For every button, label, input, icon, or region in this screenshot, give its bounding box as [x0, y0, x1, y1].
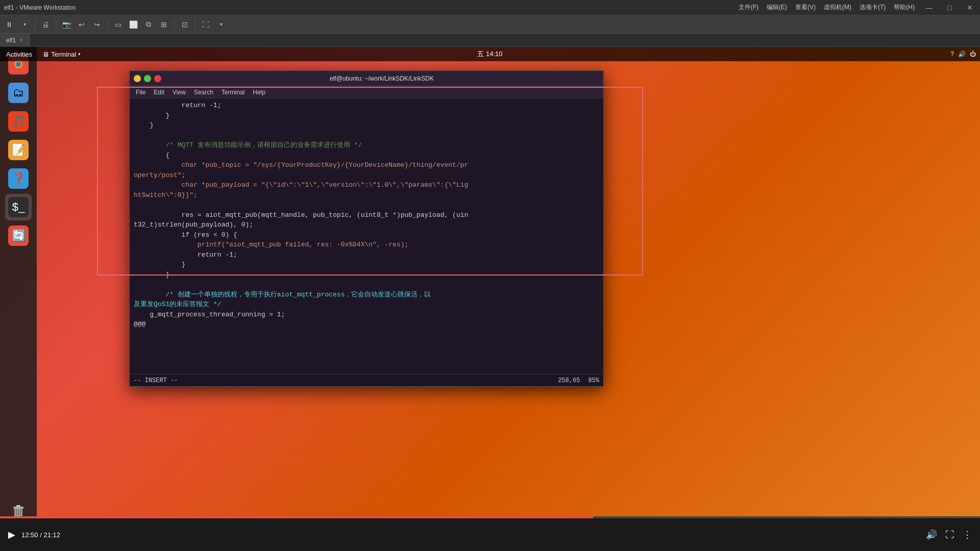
current-time: 12:50	[21, 531, 38, 539]
terminal-close-btn[interactable]	[154, 75, 161, 82]
view-btn-4[interactable]: ⊞	[157, 18, 171, 31]
vmware-menu: 文件(F) 编辑(E) 查看(V) 虚拟机(M) 选项卡(T) 帮助(H)	[734, 0, 919, 15]
close-button[interactable]: ✕	[960, 0, 980, 15]
menu-tabs[interactable]: 选项卡(T)	[855, 0, 890, 15]
terminal-dock-icon: $_	[8, 197, 29, 217]
terminal-menu-icon: 🖥	[42, 51, 49, 58]
send-ctrl-alt-del-button[interactable]: 🖨	[38, 18, 53, 31]
menu-file[interactable]: 文件(F)	[734, 0, 763, 15]
svg-rect-5	[16, 505, 20, 507]
vmware-tabbar: elf1 ✕	[0, 34, 980, 47]
view-btn-3[interactable]: ⧉	[141, 18, 156, 31]
svg-rect-7	[18, 509, 19, 515]
view-btn-1[interactable]: ▭	[111, 18, 125, 31]
dock-help[interactable]: ❓	[5, 165, 32, 192]
code-line-5: /* MQTT 发布消息功能示例，请根据自己的业务需求进行使用 */	[134, 140, 599, 151]
vim-mode: -- INSERT --	[134, 377, 178, 384]
terminal-maximize-btn[interactable]	[144, 75, 151, 82]
code-line-19: @@@	[134, 319, 599, 330]
play-button[interactable]: ▶	[8, 529, 15, 540]
code-line-1: return -1;	[134, 101, 599, 111]
code-line-15: }	[134, 270, 599, 280]
toolbar-dropdown-arrow[interactable]: ▾	[17, 18, 32, 31]
activities-button[interactable]: Activities	[0, 47, 38, 61]
help-icon[interactable]: ?	[950, 51, 954, 58]
term-menu-terminal[interactable]: Terminal	[217, 86, 249, 98]
term-menu-edit[interactable]: Edit	[150, 86, 168, 98]
fullscreen-dropdown[interactable]: ▾	[214, 18, 228, 31]
menu-view[interactable]: 查看(V)	[791, 0, 820, 15]
snapshot-button[interactable]: 📷	[59, 18, 74, 31]
theater-button[interactable]: ⛶	[945, 530, 954, 540]
dock-terminal[interactable]: $_	[5, 194, 32, 220]
video-right-controls: 🔊 ⛶ ⋮	[926, 529, 972, 540]
terminal-app-menu[interactable]: 🖥 Terminal ▾	[38, 47, 85, 61]
unity-button[interactable]: ⊡	[178, 18, 192, 31]
code-line-14: }	[134, 260, 599, 270]
notes-icon: 📝	[8, 140, 29, 160]
term-menu-file[interactable]: File	[132, 86, 150, 98]
vmware-title: elf1 - VMware Workstation	[4, 4, 734, 11]
volume-icon[interactable]: 🔊	[958, 51, 966, 58]
code-line-11: if (res < 0) {	[134, 230, 599, 240]
term-menu-search[interactable]: Search	[190, 86, 217, 98]
updater-icon: 🔄	[8, 226, 29, 246]
fullscreen-button[interactable]: ⛶	[199, 18, 213, 31]
terminal-titlebar: elf@ubuntu: ~/work/LinkSDK/LinkSDK	[130, 71, 603, 86]
dock-updater[interactable]: 🔄	[5, 222, 32, 249]
tab-label: elf1	[6, 37, 16, 44]
view-btn-2[interactable]: ⬜	[126, 18, 140, 31]
pause-button[interactable]: ⏸	[2, 18, 16, 31]
terminal-minimize-btn[interactable]	[134, 75, 141, 82]
clock[interactable]: 五 14:10	[477, 49, 502, 59]
terminal-window: elf@ubuntu: ~/work/LinkSDK/LinkSDK File …	[129, 70, 604, 387]
terminal-menu-label: Terminal	[51, 51, 76, 58]
vmware-titlebar: elf1 - VMware Workstation 文件(F) 编辑(E) 查看…	[0, 0, 980, 15]
snapshot-fwd-button[interactable]: ↪	[90, 18, 104, 31]
toolbar-sep-2	[56, 19, 56, 30]
term-menu-view[interactable]: View	[168, 86, 190, 98]
code-line-7: char *pub_topic = "/sys/{YourProductKey}…	[134, 160, 599, 180]
maximize-button[interactable]: □	[939, 0, 960, 15]
svg-point-2	[16, 62, 21, 67]
ubuntu-topbar: Activities 🖥 Terminal ▾ 五 14:10 ? 🔊 ⏻	[0, 47, 980, 61]
code-line-3: }	[134, 120, 599, 131]
terminal-content[interactable]: return -1; } } /* MQTT 发布消息功能示例，请根据自己的业务…	[130, 98, 603, 374]
toolbar-sep-4	[174, 19, 175, 30]
tab-close-icon[interactable]: ✕	[19, 37, 23, 43]
menu-vm[interactable]: 虚拟机(M)	[820, 0, 855, 15]
video-time: 12:50 / 21:12	[21, 531, 60, 539]
dock-files[interactable]: 🗂	[5, 80, 32, 106]
svg-rect-6	[16, 509, 17, 515]
more-button[interactable]: ⋮	[963, 529, 972, 540]
dock-notes[interactable]: 📝	[5, 137, 32, 163]
minimize-button[interactable]: —	[919, 0, 939, 15]
terminal-title: elf@ubuntu: ~/work/LinkSDK/LinkSDK	[164, 75, 599, 82]
code-line-13: return -1;	[134, 250, 599, 260]
help-dock-icon: ❓	[8, 168, 29, 189]
code-line-4	[134, 131, 599, 141]
video-player-bar: ▶ 12:50 / 21:12 🔊 ⛶ ⋮	[0, 516, 980, 551]
term-menu-help[interactable]: Help	[249, 86, 270, 98]
rhythmbox-icon: 🎵	[8, 111, 29, 132]
vmware-toolbar: ⏸ ▾ 🖨 📷 ↩ ↪ ▭ ⬜ ⧉ ⊞ ⊡ ⛶ ▾	[0, 15, 980, 34]
menu-help[interactable]: 帮助(H)	[890, 0, 919, 15]
window-controls: — □ ✕	[919, 0, 980, 15]
ubuntu-dock: 🗂 🎵 📝 ❓ $_ 🔄	[0, 47, 37, 531]
snapshot-back-button[interactable]: ↩	[75, 18, 89, 31]
volume-button[interactable]: 🔊	[926, 529, 937, 540]
power-icon[interactable]: ⏻	[970, 51, 976, 58]
code-line-16	[134, 280, 599, 290]
code-line-17: /* 创建一个单独的线程，专用于执行aiot_mqtt_process，它会自动…	[134, 290, 599, 310]
code-line-8: char *pub_payload = "{\"id\":\"1\",\"ver…	[134, 180, 599, 200]
toolbar-sep-1	[35, 19, 35, 30]
toolbar-sep-5	[195, 19, 195, 30]
total-time: 21:12	[43, 531, 60, 539]
code-line-10: res = aiot_mqtt_pub(mqtt_handle, pub_top…	[134, 210, 599, 230]
terminal-menu-arrow: ▾	[78, 52, 81, 57]
vm-tab-elf1[interactable]: elf1 ✕	[0, 34, 30, 47]
code-line-18: g_mqtt_process_thread_running = 1;	[134, 310, 599, 320]
dock-rhythmbox[interactable]: 🎵	[5, 108, 32, 135]
menu-edit[interactable]: 编辑(E)	[763, 0, 791, 15]
video-progress-bar[interactable]	[0, 516, 980, 518]
